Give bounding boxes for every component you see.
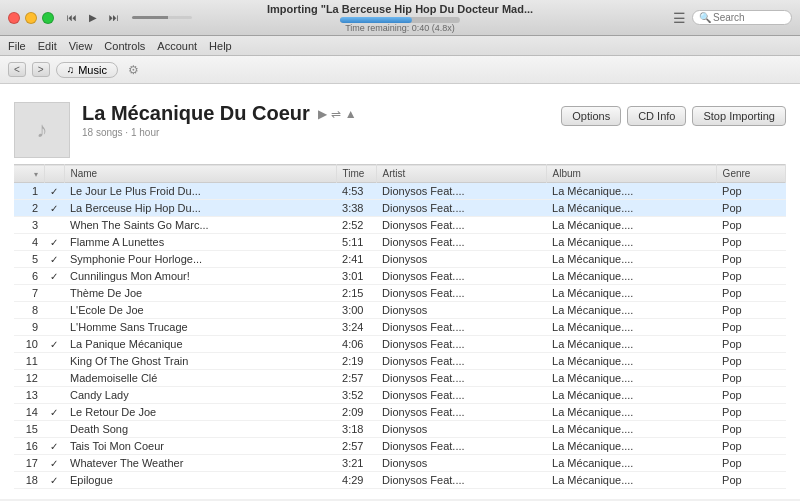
cell-num: 9 <box>14 319 44 336</box>
cell-artist: Dionysos Feat.... <box>376 472 546 489</box>
table-row[interactable]: 3 When The Saints Go Marc... 2:52 Dionys… <box>14 217 786 234</box>
cell-num: 10 <box>14 336 44 353</box>
cell-album: La Mécanique.... <box>546 387 716 404</box>
table-row[interactable]: 13 Candy Lady 3:52 Dionysos Feat.... La … <box>14 387 786 404</box>
toolbar: < > ♫ Music ⚙ <box>0 56 800 84</box>
action-buttons: Options CD Info Stop Importing <box>561 106 786 126</box>
cell-name: Whatever The Weather <box>64 455 336 472</box>
table-row[interactable]: 8 L'Ecole De Joe 3:00 Dionysos La Mécani… <box>14 302 786 319</box>
cell-artist: Dionysos Feat.... <box>376 370 546 387</box>
play-button[interactable]: ▶ <box>86 11 100 24</box>
cell-genre: Pop <box>716 217 785 234</box>
cell-artist: Dionysos Feat.... <box>376 234 546 251</box>
search-input[interactable] <box>713 12 793 23</box>
menu-file[interactable]: File <box>8 40 26 52</box>
col-header-genre[interactable]: Genre <box>716 165 785 183</box>
volume-slider[interactable] <box>132 16 192 19</box>
cell-album: La Mécanique.... <box>546 421 716 438</box>
table-row[interactable]: 5 ✓ Symphonie Pour Horloge... 2:41 Diony… <box>14 251 786 268</box>
cell-status <box>44 285 64 302</box>
col-header-album[interactable]: Album <box>546 165 716 183</box>
cell-genre: Pop <box>716 353 785 370</box>
table-row[interactable]: 18 ✓ Epilogue 4:29 Dionysos Feat.... La … <box>14 472 786 489</box>
table-row[interactable]: 11 King Of The Ghost Train 2:19 Dionysos… <box>14 353 786 370</box>
cell-time: 3:38 <box>336 200 376 217</box>
cell-num: 8 <box>14 302 44 319</box>
cell-artist: Dionysos Feat.... <box>376 336 546 353</box>
table-row[interactable]: 9 L'Homme Sans Trucage 3:24 Dionysos Fea… <box>14 319 786 336</box>
cell-genre: Pop <box>716 421 785 438</box>
cell-status: ✓ <box>44 438 64 455</box>
col-header-name[interactable]: Name <box>64 165 336 183</box>
table-row[interactable]: 10 ✓ La Panique Mécanique 4:06 Dionysos … <box>14 336 786 353</box>
col-header-artist[interactable]: Artist <box>376 165 546 183</box>
cell-num: 2 <box>14 200 44 217</box>
cell-time: 2:15 <box>336 285 376 302</box>
cell-genre: Pop <box>716 336 785 353</box>
cell-genre: Pop <box>716 455 785 472</box>
table-row[interactable]: 16 ✓ Tais Toi Mon Coeur 2:57 Dionysos Fe… <box>14 438 786 455</box>
cell-artist: Dionysos Feat.... <box>376 183 546 200</box>
table-row[interactable]: 14 ✓ Le Retour De Joe 2:09 Dionysos Feat… <box>14 404 786 421</box>
cell-time: 3:24 <box>336 319 376 336</box>
menu-account[interactable]: Account <box>157 40 197 52</box>
col-header-time[interactable]: Time <box>336 165 376 183</box>
cell-num: 3 <box>14 217 44 234</box>
importing-title: Importing "La Berceuse Hip Hop Du Docteu… <box>267 3 533 15</box>
cell-name: King Of The Ghost Train <box>64 353 336 370</box>
menu-edit[interactable]: Edit <box>38 40 57 52</box>
cell-num: 11 <box>14 353 44 370</box>
list-view-button[interactable]: ☰ <box>673 10 686 26</box>
play-icon[interactable]: ▶ <box>318 107 327 121</box>
cell-genre: Pop <box>716 370 785 387</box>
upload-icon[interactable]: ▲ <box>345 107 357 121</box>
album-header: ♪ La Mécanique Du Coeur ▶ ⇌ ▲ 18 songs ·… <box>14 94 786 164</box>
music-icon: ♫ <box>67 64 75 75</box>
cell-genre: Pop <box>716 387 785 404</box>
cell-num: 14 <box>14 404 44 421</box>
shuffle-icon[interactable]: ⇌ <box>331 107 341 121</box>
rewind-button[interactable]: ⏮ <box>64 11 80 24</box>
fast-forward-button[interactable]: ⏭ <box>106 11 122 24</box>
minimize-button[interactable] <box>25 12 37 24</box>
table-header-row: ▾ Name Time Artist Album Genre <box>14 165 786 183</box>
col-header-num: ▾ <box>14 165 44 183</box>
stop-importing-button[interactable]: Stop Importing <box>692 106 786 126</box>
cell-genre: Pop <box>716 302 785 319</box>
cell-status <box>44 302 64 319</box>
table-row[interactable]: 15 Death Song 3:18 Dionysos La Mécanique… <box>14 421 786 438</box>
table-row[interactable]: 6 ✓ Cunnilingus Mon Amour! 3:01 Dionysos… <box>14 268 786 285</box>
cell-genre: Pop <box>716 183 785 200</box>
cell-status: ✓ <box>44 336 64 353</box>
time-remaining: Time remaining: 0:40 (4.8x) <box>267 23 533 33</box>
cell-name: Thème De Joe <box>64 285 336 302</box>
album-info: La Mécanique Du Coeur ▶ ⇌ ▲ 18 songs · 1… <box>82 102 549 138</box>
options-button[interactable]: Options <box>561 106 621 126</box>
menu-help[interactable]: Help <box>209 40 232 52</box>
cell-name: Le Jour Le Plus Froid Du... <box>64 183 336 200</box>
cell-time: 4:06 <box>336 336 376 353</box>
menu-controls[interactable]: Controls <box>104 40 145 52</box>
maximize-button[interactable] <box>42 12 54 24</box>
table-row[interactable]: 4 ✓ Flamme A Lunettes 5:11 Dionysos Feat… <box>14 234 786 251</box>
cell-status <box>44 319 64 336</box>
cell-artist: Dionysos <box>376 455 546 472</box>
menu-view[interactable]: View <box>69 40 93 52</box>
cell-name: Candy Lady <box>64 387 336 404</box>
back-button[interactable]: < <box>8 62 26 77</box>
table-row[interactable]: 12 Mademoiselle Clé 2:57 Dionysos Feat..… <box>14 370 786 387</box>
table-row[interactable]: 7 Thème De Joe 2:15 Dionysos Feat.... La… <box>14 285 786 302</box>
table-row[interactable]: 17 ✓ Whatever The Weather 3:21 Dionysos … <box>14 455 786 472</box>
cell-name: La Berceuse Hip Hop Du... <box>64 200 336 217</box>
cd-info-button[interactable]: CD Info <box>627 106 686 126</box>
cell-status: ✓ <box>44 472 64 489</box>
cell-album: La Mécanique.... <box>546 353 716 370</box>
table-row[interactable]: 2 ✓ La Berceuse Hip Hop Du... 3:38 Diony… <box>14 200 786 217</box>
close-button[interactable] <box>8 12 20 24</box>
gear-button[interactable]: ⚙ <box>128 63 139 77</box>
window-controls <box>8 12 54 24</box>
forward-button[interactable]: > <box>32 62 50 77</box>
search-icon: 🔍 <box>699 12 711 23</box>
search-box[interactable]: 🔍 <box>692 10 792 25</box>
table-row[interactable]: 1 ✓ Le Jour Le Plus Froid Du... 4:53 Dio… <box>14 183 786 200</box>
